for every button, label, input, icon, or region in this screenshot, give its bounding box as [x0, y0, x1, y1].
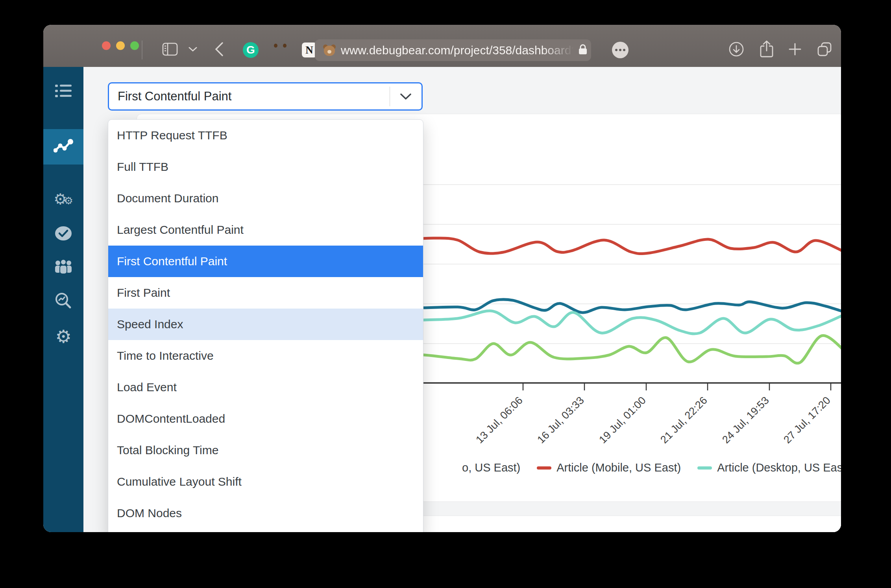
sidebar-item-list[interactable]: [43, 74, 83, 109]
tab-overview-icon[interactable]: [816, 41, 833, 59]
url-text: www.debugbear.com/project/358/dashboard?…: [341, 44, 576, 57]
legend-item: Article (Mobile, US East): [537, 461, 681, 474]
sidebar-toggle-icon[interactable]: [162, 43, 178, 57]
chart-legend: o, US East)Article (Mobile, US East)Arti…: [462, 461, 841, 474]
sidebar-item-checks[interactable]: [43, 216, 83, 252]
ellipsis-icon[interactable]: [612, 42, 629, 58]
dropdown-option[interactable]: DOM Nodes: [108, 497, 423, 529]
app-sidebar: ⚙⚙: [43, 67, 83, 532]
sidebar-item-preferences[interactable]: ⚙: [43, 319, 83, 354]
dropdown-option[interactable]: Full TTFB: [108, 151, 423, 183]
browser-toolbar: G N www.debugbear.com/project/358/dashbo…: [43, 25, 841, 67]
dropdown-option[interactable]: Largest Contentful Paint: [108, 214, 423, 246]
legend-swatch: [697, 466, 712, 470]
metric-select-value: First Contentful Paint: [109, 89, 390, 104]
dropdown-option[interactable]: HTTP Request TTFB: [108, 120, 423, 151]
legend-item: Article (Desktop, US East): [697, 461, 841, 474]
lock-icon: [579, 44, 587, 57]
dropdown-option[interactable]: Time to Interactive: [108, 340, 423, 372]
address-bar[interactable]: www.debugbear.com/project/358/dashboard?…: [315, 39, 591, 61]
legend-label: o, US East): [462, 461, 520, 474]
site-favicon-bear-icon: [323, 44, 336, 56]
sidebar-item-settings-gears[interactable]: ⚙⚙: [43, 181, 83, 217]
browser-window: G N www.debugbear.com/project/358/dashbo…: [43, 25, 841, 532]
gear-icon: ⚙: [55, 327, 71, 346]
gears-icon: ⚙⚙: [54, 192, 73, 207]
new-tab-icon[interactable]: [788, 42, 802, 58]
dropdown-option[interactable]: First Contentful Paint: [108, 246, 423, 277]
list-icon: [54, 83, 72, 100]
share-icon[interactable]: [760, 41, 774, 59]
dropdown-option[interactable]: Load Event: [108, 372, 423, 403]
line-chart-icon: [54, 138, 73, 155]
sidebar-item-analyze[interactable]: [43, 284, 83, 320]
sidebar-item-dashboard[interactable]: [43, 129, 83, 165]
legend-item: o, US East): [462, 461, 520, 474]
select-chevron-down-icon[interactable]: [390, 93, 421, 100]
grammarly-icon[interactable]: G: [243, 42, 259, 58]
dropdown-option[interactable]: Document Duration: [108, 183, 423, 214]
metric-select[interactable]: First Contentful Paint: [108, 82, 423, 111]
zoom-window-button[interactable]: [130, 41, 139, 50]
dropdown-option[interactable]: Total Blocking Time: [108, 435, 423, 466]
minimize-window-button[interactable]: [116, 41, 125, 50]
close-window-button[interactable]: [102, 41, 111, 50]
search-trend-icon: [54, 292, 72, 312]
toolbar-divider: [142, 41, 142, 59]
legend-label: Article (Mobile, US East): [556, 461, 681, 474]
legend-label: Article (Desktop, US East): [717, 461, 841, 474]
download-icon[interactable]: [728, 41, 745, 59]
legend-swatch: [537, 466, 551, 470]
dropdown-option[interactable]: Speed Index: [108, 309, 423, 340]
chevron-down-icon[interactable]: [189, 46, 197, 54]
dropdown-option[interactable]: Cumulative Layout Shift: [108, 466, 423, 497]
check-circle-icon: [54, 226, 72, 243]
sidebar-item-team[interactable]: [43, 250, 83, 285]
dropdown-option[interactable]: DOMContentLoaded: [108, 403, 423, 435]
people-icon: [54, 259, 73, 276]
dropdown-option[interactable]: First Paint: [108, 277, 423, 309]
metric-dropdown: HTTP Request TTFBFull TTFBDocument Durat…: [108, 119, 423, 532]
back-icon[interactable]: [215, 42, 224, 58]
